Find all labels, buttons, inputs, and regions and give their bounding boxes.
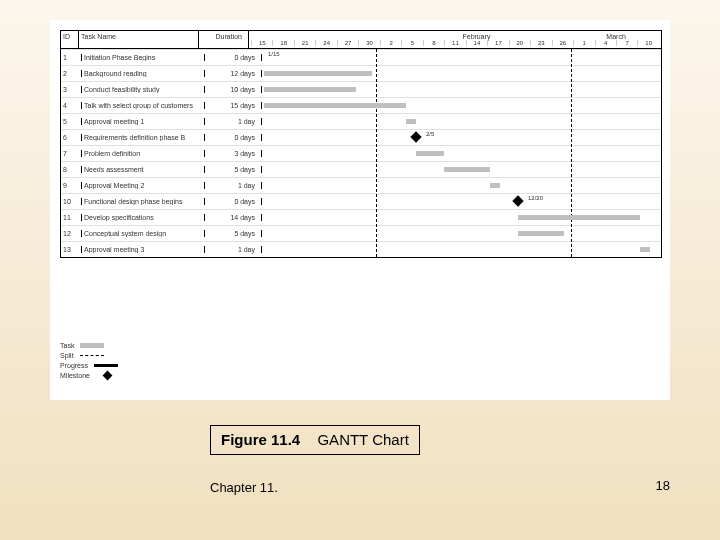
task-bar — [264, 71, 372, 76]
milestone-label: 12/20 — [528, 195, 543, 201]
legend-milestone: Milestone — [60, 370, 118, 380]
table-row: 13Approval meeting 31 day — [61, 241, 661, 257]
page-number: 18 — [656, 478, 670, 493]
caption-title: GANTT Chart — [317, 431, 408, 448]
legend-task: Task — [60, 340, 118, 350]
table-row: 1Initiation Phase Begins0 days1/15 — [61, 49, 661, 65]
table-row: 7Problem definition3 days — [61, 145, 661, 161]
legend-progress-icon — [94, 364, 118, 367]
task-bar — [444, 167, 490, 172]
table-row: 2Background reading12 days — [61, 65, 661, 81]
chart-card: ID Task Name Duration February March 151… — [50, 20, 670, 400]
gantt-chart: ID Task Name Duration February March 151… — [60, 30, 662, 258]
table-row: 10Functional design phase begins0 days12… — [61, 193, 661, 209]
table-row: 12Conceptual system design5 days — [61, 225, 661, 241]
col-duration: Duration — [199, 31, 249, 48]
footer-chapter: Chapter 11. — [210, 480, 278, 495]
task-bar — [518, 215, 640, 220]
legend-split-icon — [80, 355, 104, 356]
legend-task-icon — [80, 343, 104, 348]
task-bar — [518, 231, 564, 236]
month-feb: February — [380, 33, 573, 40]
milestone-label: 2/5 — [426, 131, 434, 137]
task-bar — [264, 103, 406, 108]
table-row: 9Approval Meeting 21 day — [61, 177, 661, 193]
gantt-body: 1Initiation Phase Begins0 days1/15 2Back… — [61, 49, 661, 257]
legend-split: Split — [60, 350, 118, 360]
figure-caption: Figure 11.4 GANTT Chart — [210, 425, 420, 455]
task-bar — [640, 247, 650, 252]
table-row: 5Approval meeting 11 day — [61, 113, 661, 129]
task-bar — [406, 119, 416, 124]
task-bar — [490, 183, 500, 188]
col-timeline: February March 1518212427302581114172023… — [249, 31, 661, 48]
col-task: Task Name — [79, 31, 199, 48]
gantt-header: ID Task Name Duration February March 151… — [61, 31, 661, 49]
milestone-label: 1/15 — [268, 51, 280, 57]
month-row: February March — [251, 33, 659, 40]
milestone-icon — [410, 131, 421, 142]
legend-progress: Progress — [60, 360, 118, 370]
milestone-icon — [512, 195, 523, 206]
task-bar — [416, 151, 444, 156]
col-id: ID — [61, 31, 79, 48]
table-row: 3Conduct feasibility study10 days — [61, 81, 661, 97]
table-row: 8Needs assessment5 days — [61, 161, 661, 177]
table-row: 6Requirements definition phase B0 days2/… — [61, 129, 661, 145]
day-row: 15182124273025811141720232614710 — [251, 40, 659, 46]
table-row: 11Develop specifications14 days — [61, 209, 661, 225]
task-bar — [264, 87, 356, 92]
slide: ID Task Name Duration February March 151… — [0, 0, 720, 540]
legend-milestone-icon — [103, 370, 113, 380]
table-row: 4Talk with select group of customers15 d… — [61, 97, 661, 113]
legend: Task Split Progress Milestone — [60, 340, 118, 380]
month-mar: March — [573, 33, 659, 40]
caption-label: Figure 11.4 — [221, 431, 300, 448]
